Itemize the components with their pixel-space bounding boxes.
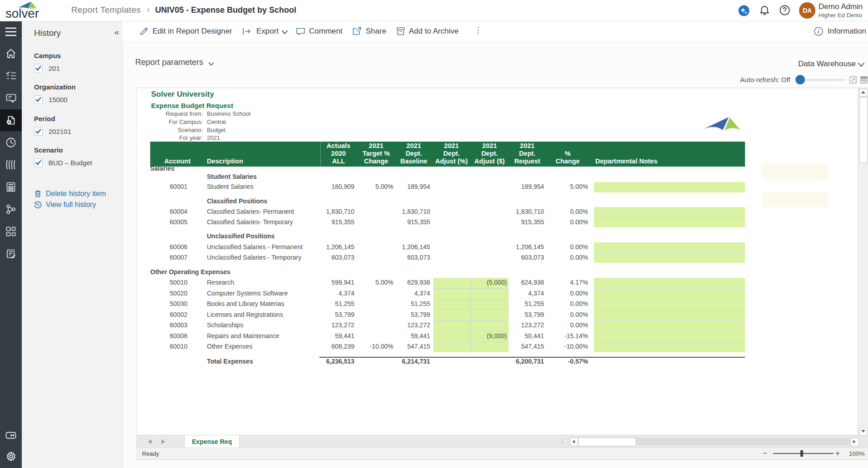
svg-text:solver: solver <box>5 6 39 20</box>
